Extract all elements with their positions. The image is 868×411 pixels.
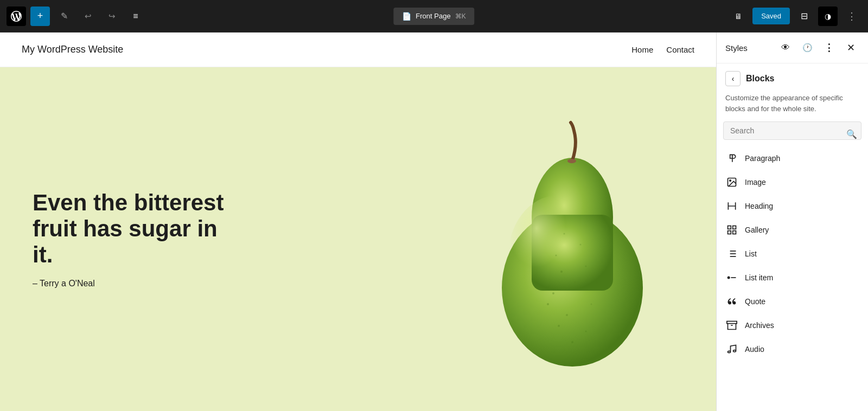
block-item-audio[interactable]: Audio [717,337,868,361]
list-view-button[interactable]: ≡ [126,7,145,26]
block-icon-quote [725,295,738,308]
site-nav: Home Contact [631,45,694,54]
style-toggle-button[interactable]: ◑ [818,7,838,26]
wp-logo [7,7,26,26]
blocks-list: Paragraph Image Heading Gallery List [717,146,868,411]
right-panel: Styles 👁 🕐 ⋮ ✕ ‹ Blocks Customize [716,33,868,411]
undo-button[interactable]: ↩ [78,7,98,26]
svg-point-10 [566,314,568,316]
hero-quote: Even the bitterest fruit has sugar in it… [33,190,239,268]
block-label-quote: Quote [745,297,765,306]
hero-text: Even the bitterest fruit has sugar in it… [0,157,271,322]
redo-button[interactable]: ↪ [102,7,122,26]
block-icon-gallery [725,223,738,236]
blocks-header: ‹ Blocks [717,63,868,91]
panel-header: Styles 👁 🕐 ⋮ ✕ [717,33,868,63]
svg-point-7 [585,266,587,267]
edit-tool-button[interactable]: ✎ [54,7,74,26]
block-item-paragraph[interactable]: Paragraph [717,146,868,170]
search-container: 🔍 [717,121,868,146]
page-title-button[interactable]: 📄 Front Page ⌘K [393,8,474,25]
svg-point-9 [591,304,592,305]
block-icon-archives [725,319,738,332]
block-item-quote[interactable]: Quote [717,290,868,313]
svg-point-14 [596,282,598,284]
blocks-description: Customize the appearance of specific blo… [717,91,868,121]
view-button[interactable]: 🖥 [729,7,748,26]
svg-rect-22 [733,226,736,229]
block-item-gallery[interactable]: Gallery [717,218,868,242]
nav-contact[interactable]: Contact [666,45,694,54]
block-icon-paragraph [725,152,738,165]
block-icon-list [725,247,738,260]
close-panel-button[interactable]: ✕ [842,39,859,56]
saved-button[interactable]: Saved [752,8,790,24]
block-label-gallery: Gallery [745,226,769,234]
hero-attribution: – Terry a O'Neal [33,279,239,288]
add-block-button[interactable]: + [30,7,50,26]
main-toolbar: + ✎ ↩ ↪ ≡ 📄 Front Page ⌘K 🖥 Saved ⊟ ◑ ⋮ [0,0,868,33]
svg-rect-33 [727,322,737,324]
options-button[interactable]: ⋮ [842,7,861,26]
block-label-list-item: List item [745,273,773,282]
search-icon-button[interactable]: 🔍 [846,129,857,139]
back-button[interactable]: ‹ [725,71,741,86]
nav-home[interactable]: Home [631,45,653,54]
block-item-archives[interactable]: Archives [717,313,868,337]
block-item-list[interactable]: List [717,242,868,266]
block-icon-image [725,176,738,189]
svg-point-8 [552,292,554,294]
block-item-list-item[interactable]: List item [717,266,868,290]
page-title-shortcut: ⌘K [455,12,466,20]
block-icon-heading [725,200,738,213]
site-title: My WordPress Website [22,44,123,55]
search-input[interactable] [723,121,861,140]
block-label-heading: Heading [745,202,773,210]
page-title-label: Front Page [416,12,450,20]
svg-point-16 [571,341,573,343]
more-options-button[interactable]: ⋮ [820,39,838,56]
svg-point-13 [556,255,557,256]
svg-point-20 [730,180,731,182]
block-label-list: List [745,249,757,258]
block-label-image: Image [745,178,766,187]
block-label-paragraph: Paragraph [745,154,780,163]
svg-point-11 [580,244,582,246]
svg-rect-21 [728,226,731,229]
layout-button[interactable]: ⊟ [794,7,814,26]
toolbar-right: 🖥 Saved ⊟ ◑ ⋮ [729,7,861,26]
blocks-title: Blocks [746,74,774,84]
panel-title: Styles [725,43,748,53]
svg-point-4 [567,159,576,163]
hero-section: Even the bitterest fruit has sugar in it… [0,67,716,411]
history-icon-button[interactable]: 🕐 [799,39,816,56]
svg-rect-24 [733,231,736,234]
pear-image [477,67,662,411]
svg-point-12 [564,233,565,235]
svg-point-18 [558,325,560,327]
svg-point-6 [574,281,576,284]
block-icon-audio [725,343,738,356]
block-label-archives: Archives [745,321,774,330]
block-item-heading[interactable]: Heading [717,194,868,218]
block-icon-list-item [725,271,738,284]
svg-point-17 [585,331,587,332]
panel-header-icons: 👁 🕐 ⋮ ✕ [777,39,859,56]
svg-point-15 [547,303,549,305]
block-item-image[interactable]: Image [717,170,868,194]
svg-point-31 [728,277,730,278]
svg-rect-23 [728,231,731,234]
site-header: My WordPress Website Home Contact [0,33,716,67]
svg-point-5 [560,271,563,273]
eye-icon-button[interactable]: 👁 [777,39,794,56]
page-title-center: 📄 Front Page ⌘K [393,8,474,25]
svg-point-3 [507,196,605,326]
block-label-audio: Audio [745,345,764,354]
main-area: My WordPress Website Home Contact Even t… [0,33,868,411]
canvas-area: My WordPress Website Home Contact Even t… [0,33,716,411]
